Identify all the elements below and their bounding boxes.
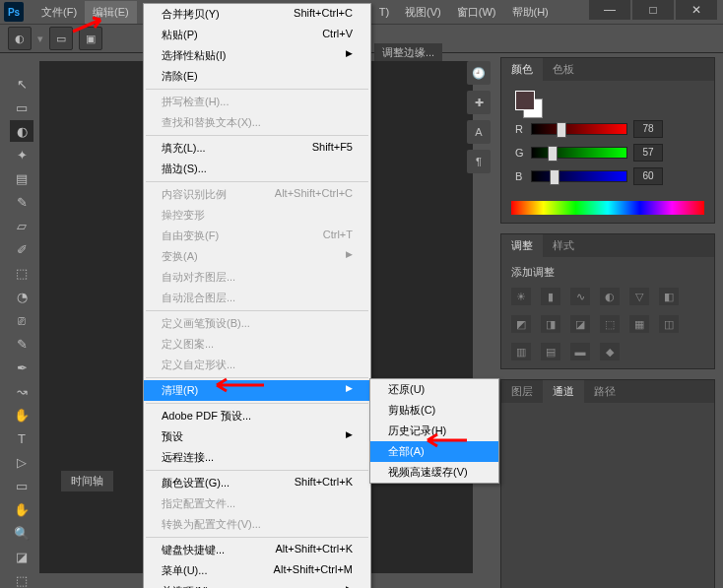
selective-color-icon[interactable]: ◆ [600,343,620,360]
character-icon[interactable]: A [467,120,491,144]
menu-item[interactable]: 清除(E) [144,66,370,87]
tool-19[interactable]: 🔍 [10,522,33,544]
menu-t[interactable]: T) [371,2,397,22]
color-spectrum[interactable] [511,201,704,215]
rgb-row-r: R78 [515,120,663,138]
edit-menu-dropdown: 合并拷贝(Y)Shift+Ctrl+C粘贴(P)Ctrl+V选择性粘贴(I)▶清… [143,3,371,588]
adjustments-panel: 调整 样式 添加调整 ☀ ▮ ∿ ◐ ▽ ◧ ◩ ◨ ◪ ⬚ ▦ ◫ ▥ ▤ ▬… [500,233,715,369]
channels-body [501,403,714,588]
menu-item[interactable]: 选择性粘贴(I)▶ [144,45,370,66]
menu-item[interactable]: 描边(S)... [144,159,370,179]
tool-12[interactable]: ✒ [10,357,33,378]
rgb-slider-b[interactable] [531,170,627,182]
tool-21[interactable]: ⬚ [10,569,33,588]
menu-item[interactable]: 颜色设置(G)...Shift+Ctrl+K [144,473,370,493]
menu-item[interactable]: 远程连接... [144,447,370,468]
tool-preset-icon[interactable]: ◐ [8,27,32,50]
minimize-button[interactable]: — [589,0,630,20]
tool-20[interactable]: ◪ [10,546,33,567]
tab-paths[interactable]: 路径 [584,380,625,403]
rgb-value[interactable]: 60 [633,167,663,185]
tool-15[interactable]: T [10,427,33,449]
tool-5[interactable]: ✎ [10,191,33,213]
brightness-icon[interactable]: ☀ [511,288,531,305]
tab-color[interactable]: 颜色 [501,58,543,81]
menu-item[interactable]: 预设▶ [144,426,370,447]
menu-help[interactable]: 帮助(H) [504,1,557,24]
properties-icon[interactable]: ✚ [467,91,491,114]
rgb-label: B [515,170,525,182]
menu-window[interactable]: 窗口(W) [449,1,504,24]
hue-icon[interactable]: ◧ [659,288,679,305]
vibrance-icon[interactable]: ▽ [629,288,649,305]
rgb-slider-g[interactable] [531,147,627,159]
invert-icon[interactable]: ◫ [659,315,679,333]
menu-item[interactable]: 菜单(U)...Alt+Shift+Ctrl+M [144,560,370,581]
menu-item[interactable]: Adobe PDF 预设... [144,406,370,426]
posterize-icon[interactable]: ▥ [511,343,531,360]
menu-view[interactable]: 视图(V) [397,1,449,24]
tool-7[interactable]: ✐ [10,238,33,260]
app-logo: Ps [4,2,24,22]
selection-mode-icon[interactable]: ▭ [49,27,73,50]
color-balance-icon[interactable]: ◩ [511,315,531,333]
tool-6[interactable]: ▱ [10,215,33,236]
photo-filter-icon[interactable]: ◪ [570,315,590,333]
menu-item: 拼写检查(H)... [144,92,370,112]
menu-item: 内容识别比例Alt+Shift+Ctrl+C [144,184,370,205]
menu-item[interactable]: 合并拷贝(Y)Shift+Ctrl+C [144,4,370,25]
curves-icon[interactable]: ∿ [570,288,590,305]
bw-icon[interactable]: ◨ [541,315,560,333]
submenu-item[interactable]: 视频高速缓存(V) [370,462,498,483]
menu-item[interactable]: 粘贴(P)Ctrl+V [144,25,370,45]
tool-11[interactable]: ✎ [10,333,33,355]
tool-8[interactable]: ⬚ [10,262,33,284]
menu-item: 定义图案... [144,334,370,355]
right-icon-strip: 🕘 ✚ A ¶ [467,61,494,173]
submenu-item[interactable]: 还原(U) [370,379,498,400]
close-button[interactable]: ✕ [676,0,717,20]
maximize-button[interactable]: □ [632,0,674,20]
fg-bg-swatch[interactable] [515,91,547,120]
menu-item: 自动对齐图层... [144,267,370,288]
tool-2[interactable]: ◐ [10,120,33,142]
lookup-icon[interactable]: ▦ [629,315,649,333]
tool-17[interactable]: ▭ [10,475,33,496]
history-icon[interactable]: 🕘 [467,61,491,85]
rgb-slider-r[interactable] [531,123,627,135]
tool-4[interactable]: ▤ [10,167,33,189]
tab-layers[interactable]: 图层 [501,380,543,403]
paragraph-icon[interactable]: ¶ [467,150,491,173]
tab-styles[interactable]: 样式 [543,234,584,257]
timeline-tab[interactable]: 时间轴 [61,471,113,491]
levels-icon[interactable]: ▮ [541,288,560,305]
tool-16[interactable]: ▷ [10,451,33,473]
fg-color-swatch[interactable] [515,91,535,110]
rgb-value[interactable]: 57 [633,144,663,162]
tool-14[interactable]: ✋ [10,404,33,425]
tool-13[interactable]: ↝ [10,380,33,402]
exposure-icon[interactable]: ◐ [600,288,620,305]
tool-1[interactable]: ▭ [10,97,33,118]
rgb-label: R [515,123,525,135]
tab-adjustments[interactable]: 调整 [501,234,543,257]
channel-mixer-icon[interactable]: ⬚ [600,315,620,333]
menu-item: 查找和替换文本(X)... [144,112,370,133]
tool-10[interactable]: ⎚ [10,309,33,331]
rgb-value[interactable]: 78 [633,120,663,138]
menu-item[interactable]: 键盘快捷键...Alt+Shift+Ctrl+K [144,540,370,560]
tool-9[interactable]: ◔ [10,286,33,307]
tool-0[interactable]: ↖ [10,73,33,95]
menu-item: 变换(A)▶ [144,246,370,267]
submenu-item[interactable]: 剪贴板(C) [370,400,498,421]
toolbox: ↖▭◐✦▤✎▱✐⬚◔⎚✎✒↝✋T▷▭✋🔍◪⬚ [8,69,37,588]
tab-channels[interactable]: 通道 [543,380,584,403]
threshold-icon[interactable]: ▤ [541,343,560,360]
tool-18[interactable]: ✋ [10,498,33,520]
menu-item[interactable]: 填充(L)...Shift+F5 [144,138,370,159]
gradient-map-icon[interactable]: ▬ [570,343,590,360]
tool-3[interactable]: ✦ [10,144,33,165]
refine-edge-button[interactable]: 调整边缘... [374,43,442,62]
tab-swatches[interactable]: 色板 [543,58,584,81]
menu-item[interactable]: 首选项(N)▶ [144,581,370,588]
